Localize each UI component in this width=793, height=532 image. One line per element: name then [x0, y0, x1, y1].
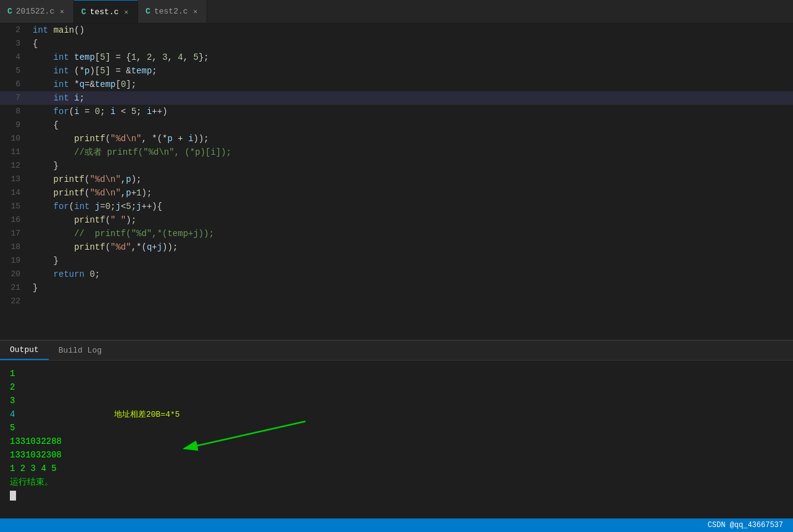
code-line-16: 16 printf(" "); [0, 213, 793, 227]
output-line-3: 3 [10, 394, 783, 407]
code-line-18: 18 printf("%d",*(q+j)); [0, 240, 793, 254]
line-num-17: 17 [0, 227, 28, 240]
tab-output[interactable]: Output [0, 341, 49, 360]
line-content-3: { [28, 37, 38, 51]
code-line-21: 21 } [0, 281, 793, 295]
line-content-14: printf("%d\n",p+1); [28, 186, 152, 200]
output-cursor [10, 489, 783, 502]
line-num-22: 22 [0, 295, 28, 308]
tab-label-test2: test2.c [154, 7, 188, 16]
tab-201522[interactable]: C 201522.c ✕ [0, 0, 74, 23]
panel-tabs: Output Build Log [0, 341, 793, 361]
code-line-6: 6 int *q=&temp[0]; [0, 78, 793, 91]
line-num-9: 9 [0, 118, 28, 132]
tab-icon-test: C [81, 7, 86, 17]
output-line-addr1: 1331032288 [10, 435, 783, 448]
line-num-12: 12 [0, 159, 28, 173]
line-content-7: int i; [28, 91, 84, 105]
status-bar: CSDN @qq_43667537 [0, 518, 793, 532]
code-line-4: 4 int temp[5] = {1, 2, 3, 4, 5}; [0, 51, 793, 64]
line-content-12: } [28, 159, 59, 173]
line-content-11: //或者 printf("%d\n", (*p)[i]); [28, 145, 231, 159]
code-line-7: 7 int i; [0, 91, 793, 105]
tab-test[interactable]: C test.c ✕ [74, 0, 138, 23]
code-line-22: 22 [0, 295, 793, 308]
line-num-11: 11 [0, 145, 28, 159]
line-num-13: 13 [0, 173, 28, 186]
tab-test2[interactable]: C test2.c ✕ [138, 0, 207, 23]
code-line-17: 17 // printf("%d",*(temp+j)); [0, 227, 793, 240]
line-num-3: 3 [0, 37, 28, 51]
line-num-14: 14 [0, 186, 28, 200]
code-line-13: 13 printf("%d\n",p); [0, 173, 793, 186]
line-content-22 [28, 295, 33, 308]
status-right-text: CSDN @qq_43667537 [708, 521, 783, 530]
line-num-20: 20 [0, 268, 28, 281]
panel-content[interactable]: 1 2 3 4 5 1331032288 1331032308 1 2 3 4 … [0, 361, 793, 518]
line-num-4: 4 [0, 51, 28, 64]
line-num-7: 7 [0, 91, 28, 105]
code-line-20: 20 return 0; [0, 268, 793, 281]
tab-output-label: Output [10, 345, 39, 354]
line-content-4: int temp[5] = {1, 2, 3, 4, 5}; [28, 51, 209, 64]
output-line-addr2: 1331032308 [10, 448, 783, 462]
code-line-14: 14 printf("%d\n",p+1); [0, 186, 793, 200]
code-line-8: 8 for(i = 0; i < 5; i++) [0, 105, 793, 118]
code-line-9: 9 { [0, 118, 793, 132]
editor-area: 2 int main() 3 { 4 int temp[5] = {1, 2, … [0, 23, 793, 340]
line-num-21: 21 [0, 281, 28, 295]
code-line-11: 11 //或者 printf("%d\n", (*p)[i]); [0, 145, 793, 159]
tab-label-201522: 201522.c [16, 7, 54, 16]
line-num-2: 2 [0, 23, 28, 37]
code-container[interactable]: 2 int main() 3 { 4 int temp[5] = {1, 2, … [0, 23, 793, 340]
line-content-20: return 0; [28, 268, 100, 281]
line-num-6: 6 [0, 78, 28, 91]
line-num-10: 10 [0, 132, 28, 145]
code-line-5: 5 int (*p)[5] = &temp; [0, 64, 793, 78]
code-line-15: 15 for(int j=0;j<5;j++){ [0, 200, 793, 213]
output-line-nums: 1 2 3 4 5 [10, 462, 783, 475]
line-content-21: } [28, 281, 38, 295]
tab-build-log[interactable]: Build Log [49, 341, 112, 360]
code-line-10: 10 printf("%d\n", *(*p + i)); [0, 132, 793, 145]
line-content-18: printf("%d",*(q+j)); [28, 240, 178, 254]
tab-build-log-label: Build Log [59, 346, 102, 355]
tab-close-test2[interactable]: ✕ [192, 6, 200, 17]
tab-icon-test2: C [146, 7, 150, 16]
line-content-9: { [28, 118, 59, 132]
line-num-5: 5 [0, 64, 28, 78]
tab-label-test: test.c [90, 7, 119, 17]
line-content-10: printf("%d\n", *(*p + i)); [28, 132, 209, 145]
output-line-2: 2 [10, 380, 783, 394]
line-num-19: 19 [0, 254, 28, 268]
bottom-panel: Output Build Log 1 2 3 4 5 1331032288 13… [0, 340, 793, 518]
annotation-text: 地址相差20B=4*5 [114, 409, 180, 420]
code-line-19: 19 } [0, 254, 793, 268]
line-content-6: int *q=&temp[0]; [28, 78, 136, 91]
line-content-13: printf("%d\n",p); [28, 173, 141, 186]
tab-icon-201522: C [7, 7, 12, 16]
output-line-1: 1 [10, 367, 783, 380]
line-content-2: int main() [28, 23, 84, 37]
line-content-19: } [28, 254, 59, 268]
line-content-8: for(i = 0; i < 5; i++) [28, 105, 168, 118]
code-line-12: 12 } [0, 159, 793, 173]
output-running-end: 运行结束。 [10, 475, 783, 489]
line-num-18: 18 [0, 240, 28, 254]
line-content-5: int (*p)[5] = &temp; [28, 64, 157, 78]
line-num-8: 8 [0, 105, 28, 118]
tab-close-test[interactable]: ✕ [122, 7, 130, 17]
output-line-5: 5 [10, 421, 783, 435]
tab-close-201522[interactable]: ✕ [58, 6, 66, 17]
code-line-3: 3 { [0, 37, 793, 51]
line-num-15: 15 [0, 200, 28, 213]
line-content-16: printf(" "); [28, 213, 136, 227]
line-content-17: // printf("%d",*(temp+j)); [28, 227, 214, 240]
line-content-15: for(int j=0;j<5;j++){ [28, 200, 162, 213]
tab-bar: C 201522.c ✕ C test.c ✕ C test2.c ✕ [0, 0, 793, 23]
code-line-2: 2 int main() [0, 23, 793, 37]
line-num-16: 16 [0, 213, 28, 227]
